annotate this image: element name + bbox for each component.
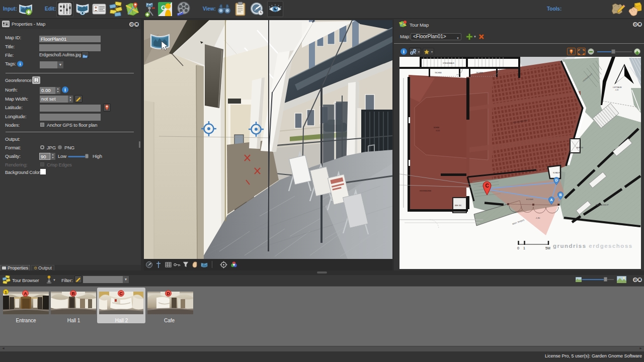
- svg-text:TECHNIK: TECHNIK: [476, 72, 484, 74]
- svg-text:D: D: [555, 178, 557, 182]
- svg-text:-1,80: -1,80: [535, 217, 540, 219]
- svg-text:STIEGENHAUS: STIEGENHAUS: [443, 62, 454, 64]
- svg-text:5M: 5M: [545, 246, 550, 250]
- svg-text:-1,20: -1,20: [615, 89, 618, 91]
- svg-text:C: C: [485, 183, 489, 189]
- svg-text:±0,00: ±0,00: [436, 130, 440, 132]
- svg-text:KASSA SHOP: KASSA SHOP: [596, 204, 609, 206]
- svg-text:B: B: [559, 193, 561, 197]
- svg-text:LUFTRAUM: LUFTRAUM: [613, 86, 622, 88]
- svg-text:SCHACHT: SCHACHT: [553, 172, 560, 174]
- svg-text:A: A: [550, 198, 552, 202]
- svg-text:0: 0: [517, 246, 519, 250]
- svg-text:TECHNIK: TECHNIK: [435, 72, 442, 74]
- svg-text:BÜHNE: BÜHNE: [434, 127, 439, 129]
- svg-text:HINTERBÜHNE: HINTERBÜHNE: [420, 190, 431, 192]
- svg-text:grundriss erdgeschoss: grundriss erdgeschoss: [553, 243, 633, 249]
- svg-text:G: G: [161, 4, 166, 12]
- svg-text:BEH. WC: BEH. WC: [455, 205, 462, 207]
- svg-text:1: 1: [523, 246, 525, 250]
- svg-text:AUFZUG: AUFZUG: [577, 147, 584, 149]
- svg-text:FOYER: FOYER: [526, 198, 533, 201]
